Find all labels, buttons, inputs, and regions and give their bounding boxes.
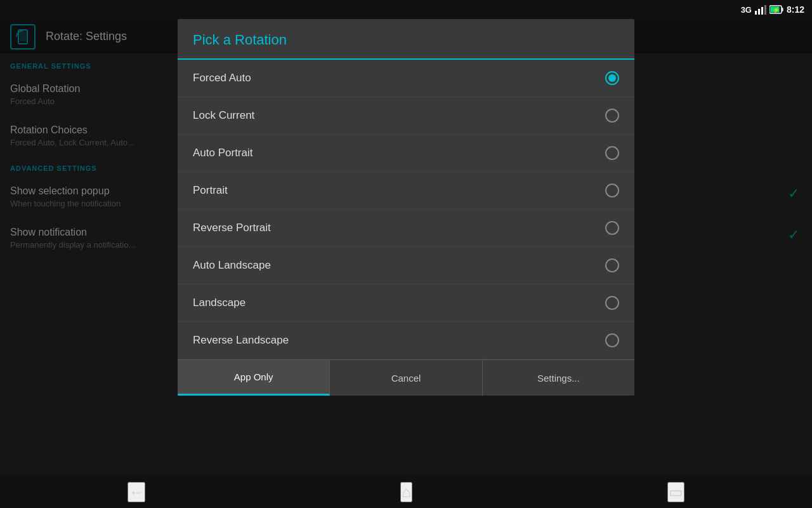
dialog-overlay: Pick a Rotation Forced Auto Lock Current… — [0, 19, 812, 476]
option-reverse-portrait-label: Reverse Portrait — [193, 222, 271, 234]
radio-portrait — [605, 184, 619, 197]
option-auto-landscape-label: Auto Landscape — [193, 259, 271, 272]
battery-icon: ⚡ — [769, 5, 783, 14]
radio-lock-current — [605, 109, 619, 123]
option-auto-landscape[interactable]: Auto Landscape — [178, 247, 634, 284]
svg-rect-3 — [764, 5, 766, 15]
option-landscape-label: Landscape — [193, 297, 246, 309]
settings-button[interactable]: Settings... — [483, 360, 634, 396]
radio-forced-auto-inner — [608, 74, 616, 82]
back-button[interactable]: ← — [128, 482, 145, 502]
signal-indicator: 3G — [741, 5, 752, 15]
option-reverse-landscape-label: Reverse Landscape — [193, 334, 289, 347]
option-lock-current[interactable]: Lock Current — [178, 97, 634, 135]
radio-reverse-landscape — [605, 333, 619, 347]
pick-rotation-dialog: Pick a Rotation Forced Auto Lock Current… — [178, 19, 634, 396]
option-lock-current-label: Lock Current — [193, 109, 254, 122]
signal-bars-icon — [755, 4, 766, 15]
option-auto-portrait[interactable]: Auto Portrait — [178, 135, 634, 172]
svg-rect-2 — [761, 7, 763, 15]
option-landscape[interactable]: Landscape — [178, 284, 634, 322]
navigation-bar: ← ⌂ ▭ — [0, 476, 812, 508]
svg-rect-0 — [755, 11, 757, 15]
radio-landscape — [605, 296, 619, 310]
option-portrait-label: Portrait — [193, 184, 228, 197]
rotation-options-list: Forced Auto Lock Current Auto Portrait P… — [178, 60, 634, 359]
home-button[interactable]: ⌂ — [400, 482, 412, 502]
recents-button[interactable]: ▭ — [667, 482, 684, 502]
status-bar: 3G ⚡ 8:12 — [0, 0, 812, 19]
option-reverse-landscape[interactable]: Reverse Landscape — [178, 322, 634, 359]
status-icons: 3G ⚡ 8:12 — [741, 4, 804, 15]
app-only-button[interactable]: App Only — [178, 360, 330, 396]
clock: 8:12 — [787, 4, 804, 15]
svg-rect-1 — [758, 9, 760, 15]
dialog-title: Pick a Rotation — [193, 32, 287, 48]
svg-text:⚡: ⚡ — [773, 6, 780, 14]
dialog-footer: App Only Cancel Settings... — [178, 359, 634, 396]
radio-forced-auto — [605, 71, 619, 85]
svg-rect-5 — [782, 8, 783, 11]
option-portrait[interactable]: Portrait — [178, 172, 634, 210]
cancel-button[interactable]: Cancel — [330, 360, 482, 396]
option-auto-portrait-label: Auto Portrait — [193, 147, 253, 159]
option-forced-auto[interactable]: Forced Auto — [178, 60, 634, 97]
radio-auto-portrait — [605, 146, 619, 160]
option-reverse-portrait[interactable]: Reverse Portrait — [178, 210, 634, 247]
radio-reverse-portrait — [605, 221, 619, 235]
option-forced-auto-label: Forced Auto — [193, 72, 251, 84]
dialog-header: Pick a Rotation — [178, 19, 634, 60]
radio-auto-landscape — [605, 258, 619, 272]
